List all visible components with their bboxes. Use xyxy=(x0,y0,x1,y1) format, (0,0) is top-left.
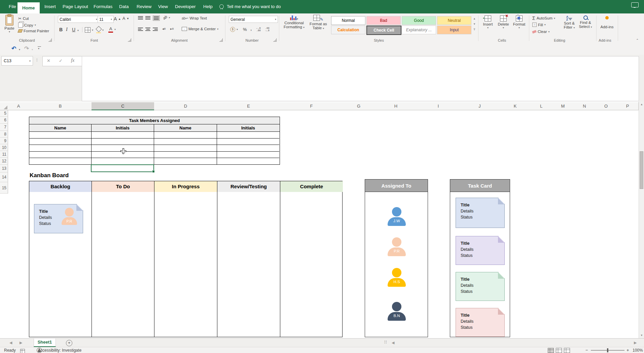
middle-align-icon[interactable] xyxy=(145,16,150,19)
normal-view-icon[interactable] xyxy=(548,348,554,353)
col-header-name-2[interactable]: Name xyxy=(154,124,217,131)
monitor-icon[interactable] xyxy=(631,2,639,7)
column-header-n[interactable]: N xyxy=(574,102,596,110)
empty-cell[interactable] xyxy=(217,152,279,158)
redo-icon[interactable]: ↷ xyxy=(24,45,29,52)
empty-cell[interactable] xyxy=(29,139,92,145)
row-header-5[interactable]: 5 xyxy=(0,110,8,117)
font-size-combo[interactable]: 11▾ xyxy=(98,16,114,23)
accounting-format-button[interactable]: $▾ xyxy=(230,27,238,32)
align-center-icon[interactable] xyxy=(145,28,150,31)
bottom-align-icon[interactable] xyxy=(153,15,160,21)
column-header-h[interactable]: H xyxy=(374,102,418,110)
style-chip-calculation[interactable]: Calculation xyxy=(331,26,365,34)
kanban-column-backlog[interactable]: Backlog xyxy=(29,181,92,192)
row-header-15[interactable]: 15 xyxy=(0,182,8,194)
scroll-up-icon[interactable]: ▲ xyxy=(640,103,643,106)
gallery-scroll-up-icon[interactable]: ▲ xyxy=(472,16,476,22)
hscroll-right-icon[interactable]: ▶ xyxy=(634,341,637,345)
merge-center-button[interactable]: ↔Merge & Center▾ xyxy=(182,27,218,31)
style-chip-normal[interactable]: Normal xyxy=(331,16,365,25)
vertical-scrollbar[interactable]: ▲ ▼ xyxy=(639,102,644,338)
increase-indent-icon[interactable]: ▸≡ xyxy=(170,27,174,31)
top-align-icon[interactable] xyxy=(138,16,143,19)
underline-button[interactable]: U xyxy=(72,27,75,32)
page-break-view-icon[interactable] xyxy=(564,348,570,353)
row-header-8[interactable]: 8 xyxy=(0,131,8,138)
empty-cell[interactable] xyxy=(154,139,217,145)
column-header-m[interactable]: M xyxy=(552,102,574,110)
font-color-button[interactable]: A▾ xyxy=(108,26,116,33)
sheet-tab-sheet1[interactable]: Sheet1 xyxy=(34,339,56,347)
tell-me-box[interactable]: Tell me what you want to do xyxy=(227,0,281,13)
format-painter-button[interactable]: Format Painter xyxy=(18,29,49,33)
alignment-dialog-launcher-icon[interactable] xyxy=(219,38,223,42)
tab-view[interactable]: View xyxy=(153,0,173,13)
format-as-table-button[interactable]: ✎ Format as Table ▾ xyxy=(308,15,329,30)
bold-button[interactable]: B xyxy=(59,27,63,32)
empty-cell[interactable] xyxy=(92,158,154,165)
style-chip-bad[interactable]: Bad xyxy=(366,16,401,25)
page-layout-view-icon[interactable] xyxy=(556,348,562,353)
redo-chevron-icon[interactable]: ▾ xyxy=(32,48,33,51)
vertical-scroll-thumb[interactable] xyxy=(640,151,643,189)
gallery-expand-icon[interactable]: ⊽ xyxy=(472,27,476,32)
empty-cell[interactable] xyxy=(29,152,92,158)
empty-cell[interactable] xyxy=(29,145,92,152)
kanban-column-todo[interactable]: To Do xyxy=(92,181,154,192)
task-card-4[interactable]: Title Details Status xyxy=(456,308,505,337)
column-header-d[interactable]: D xyxy=(154,102,217,110)
column-header-o[interactable]: O xyxy=(595,102,617,110)
undo-icon[interactable]: ↶ xyxy=(11,45,16,52)
add-sheet-button[interactable]: + xyxy=(66,340,72,346)
number-dialog-launcher-icon[interactable] xyxy=(273,38,277,42)
increase-decimal-button[interactable]: ←.0.00 xyxy=(256,27,261,32)
tab-insert[interactable]: Insert xyxy=(40,0,61,13)
tab-formulas[interactable]: Formulas xyxy=(89,0,117,13)
column-header-p[interactable]: P xyxy=(617,102,639,110)
find-select-button[interactable]: Find & Select ▾ xyxy=(577,15,594,29)
row-header-7[interactable]: 7 xyxy=(0,124,8,131)
formula-bar-input[interactable] xyxy=(82,56,639,101)
fill-button[interactable]: ↓Fill▾ xyxy=(532,23,546,27)
empty-cell[interactable] xyxy=(217,132,279,139)
col-header-initials-2[interactable]: Initials xyxy=(217,124,279,131)
tab-review[interactable]: Review xyxy=(132,0,156,13)
next-sheet-icon[interactable]: ▶ xyxy=(20,341,22,345)
empty-cell[interactable] xyxy=(92,132,154,139)
borders-button[interactable]: ▾ xyxy=(85,27,93,33)
decrease-indent-icon[interactable]: ◂≡ xyxy=(162,27,166,31)
avatar-pr[interactable]: P.R xyxy=(387,237,406,256)
customize-qat-chevron-icon[interactable]: ▾ xyxy=(38,47,39,50)
tab-page-layout[interactable]: Page Layout xyxy=(58,0,93,13)
tab-data[interactable]: Data xyxy=(114,0,134,13)
decrease-decimal-button[interactable]: .00→.0 xyxy=(265,27,270,32)
column-header-e[interactable]: E xyxy=(217,102,280,110)
row-header-13[interactable]: 13 xyxy=(0,165,8,172)
wrap-text-button[interactable]: ab↩Wrap Text xyxy=(182,16,207,20)
col-header-initials-1[interactable]: Initials xyxy=(92,124,154,131)
paste-chevron-icon[interactable]: ▾ xyxy=(3,30,16,33)
name-box-grip-icon[interactable]: ⁞ xyxy=(36,57,38,63)
task-card-3[interactable]: Title Details Status xyxy=(456,272,505,301)
hscroll-left-icon[interactable]: ◀ xyxy=(392,341,394,345)
style-chip-check-cell[interactable]: Check Cell xyxy=(366,26,401,35)
autosum-button[interactable]: ΣAutoSum▾ xyxy=(532,15,555,21)
undo-chevron-icon[interactable]: ▾ xyxy=(19,48,20,51)
prev-sheet-icon[interactable]: ◀ xyxy=(9,341,12,345)
tab-scroll-grip-icon[interactable]: ⁞⁞ xyxy=(384,340,387,345)
empty-cell[interactable] xyxy=(92,139,154,145)
scroll-down-icon[interactable]: ▼ xyxy=(640,334,643,337)
empty-cell[interactable] xyxy=(217,145,279,152)
cut-button[interactable]: ✂Cut xyxy=(18,16,29,21)
clear-button[interactable]: Clear▾ xyxy=(532,30,550,34)
fx-icon[interactable]: fx xyxy=(71,58,74,63)
percent-style-button[interactable]: % xyxy=(243,27,247,32)
orientation-button[interactable]: ab▾ xyxy=(163,15,170,19)
fill-color-button[interactable]: ▾ xyxy=(96,27,104,33)
collapse-ribbon-icon[interactable]: ⌃ xyxy=(636,38,639,42)
sort-filter-button[interactable]: AZ Sort & Filter ▾ xyxy=(561,15,577,29)
empty-cell[interactable] xyxy=(154,158,217,165)
zoom-in-icon[interactable]: + xyxy=(627,348,629,353)
increase-font-icon[interactable]: A▲ xyxy=(114,16,121,22)
